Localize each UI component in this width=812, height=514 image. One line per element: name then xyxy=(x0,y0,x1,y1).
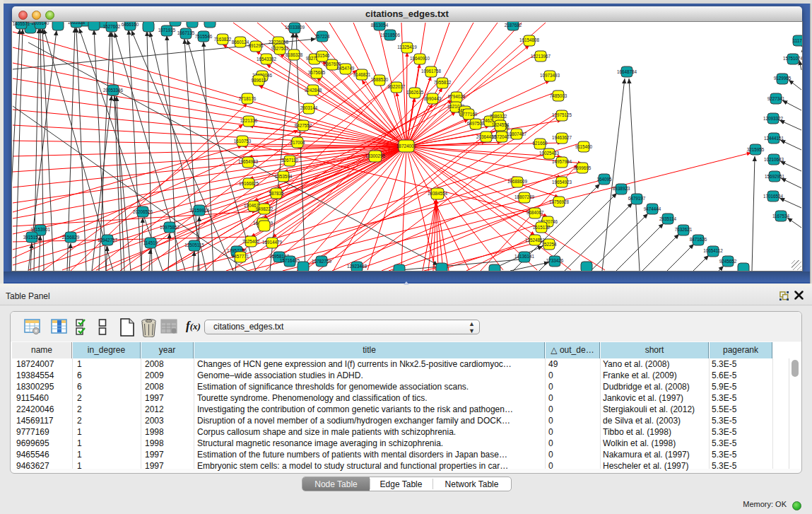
svg-text:6794028: 6794028 xyxy=(448,94,466,99)
svg-text:252254: 252254 xyxy=(541,242,557,247)
svg-text:7632621: 7632621 xyxy=(675,227,693,232)
svg-text:19654983: 19654983 xyxy=(238,159,259,164)
svg-text:16914479: 16914479 xyxy=(262,240,283,245)
svg-text:18300295: 18300295 xyxy=(365,153,386,158)
svg-text:1071915: 1071915 xyxy=(158,28,176,33)
svg-text:14957984: 14957984 xyxy=(552,159,572,164)
svg-text:6466160: 6466160 xyxy=(122,22,139,27)
svg-text:12923448: 12923448 xyxy=(347,264,367,269)
svg-text:15751074: 15751074 xyxy=(783,56,802,61)
svg-text:9242848: 9242848 xyxy=(305,88,322,93)
svg-text:20206526: 20206526 xyxy=(133,209,153,214)
svg-text:8454749: 8454749 xyxy=(337,66,355,71)
svg-text:8990443: 8990443 xyxy=(424,96,442,101)
svg-text:10025433: 10025433 xyxy=(539,151,560,156)
svg-text:17016534: 17016534 xyxy=(763,194,784,199)
svg-text:2718176: 2718176 xyxy=(239,96,257,101)
svg-text:16033809: 16033809 xyxy=(285,25,305,30)
svg-text:1221336: 1221336 xyxy=(240,118,258,123)
svg-text:12942757: 12942757 xyxy=(98,238,118,243)
svg-text:1353594: 1353594 xyxy=(275,174,293,179)
svg-text:1824554: 1824554 xyxy=(492,122,510,127)
svg-text:1167534: 1167534 xyxy=(772,214,790,218)
svg-text:9684067: 9684067 xyxy=(526,210,544,215)
svg-text:8322037: 8322037 xyxy=(388,84,406,89)
svg-text:12093322: 12093322 xyxy=(763,116,784,121)
svg-text:19166825: 19166825 xyxy=(239,181,259,186)
svg-text:10975857: 10975857 xyxy=(160,225,180,230)
svg-text:1667135: 1667135 xyxy=(177,30,195,35)
svg-text:1733426: 1733426 xyxy=(546,258,564,263)
svg-text:8813054: 8813054 xyxy=(371,23,389,28)
svg-text:9474444: 9474444 xyxy=(644,206,661,211)
svg-text:15692951: 15692951 xyxy=(765,174,785,179)
svg-text:18640910: 18640910 xyxy=(410,56,430,61)
svg-text:2009140: 2009140 xyxy=(32,22,49,25)
svg-text:19218506: 19218506 xyxy=(380,33,401,37)
svg-text:16782759: 16782759 xyxy=(312,259,332,264)
svg-text:8427552: 8427552 xyxy=(295,123,312,128)
svg-text:9146821: 9146821 xyxy=(353,72,371,77)
svg-text:14136141: 14136141 xyxy=(514,254,535,259)
svg-text:10961758: 10961758 xyxy=(421,69,442,74)
svg-text:10973493: 10973493 xyxy=(540,73,560,78)
svg-text:3267110: 3267110 xyxy=(281,158,299,163)
svg-text:12159924: 12159924 xyxy=(189,208,210,213)
svg-text:7386322: 7386322 xyxy=(490,114,507,119)
svg-text:18724007: 18724007 xyxy=(396,144,417,148)
svg-text:587835: 587835 xyxy=(269,191,284,196)
svg-text:357224: 357224 xyxy=(314,34,330,39)
svg-text:2187682: 2187682 xyxy=(505,23,522,28)
svg-text:19384554: 19384554 xyxy=(428,191,448,196)
svg-text:11173: 11173 xyxy=(793,38,802,43)
svg-text:1615132: 1615132 xyxy=(533,225,551,230)
svg-text:16154808: 16154808 xyxy=(519,37,540,42)
svg-text:3215955: 3215955 xyxy=(747,147,765,152)
svg-text:2156829: 2156829 xyxy=(62,235,80,240)
svg-text:12505115: 12505115 xyxy=(184,243,204,247)
svg-text:8471626: 8471626 xyxy=(690,237,707,242)
svg-text:1362615: 1362615 xyxy=(406,90,424,95)
svg-text:16543382: 16543382 xyxy=(257,57,277,62)
svg-text:989612: 989612 xyxy=(251,78,266,83)
svg-text:18807249: 18807249 xyxy=(514,194,535,199)
svg-text:1527602: 1527602 xyxy=(103,24,121,29)
svg-text:7163822: 7163822 xyxy=(214,37,232,42)
svg-text:15716485: 15716485 xyxy=(280,258,300,263)
svg-text:16648784: 16648784 xyxy=(617,69,637,74)
svg-text:7515546: 7515546 xyxy=(195,34,213,39)
svg-text:9457771: 9457771 xyxy=(232,254,249,259)
svg-text:20053346: 20053346 xyxy=(103,88,124,93)
svg-text:3675685: 3675685 xyxy=(308,70,326,75)
svg-text:8186328: 8186328 xyxy=(286,52,303,57)
svg-text:164095: 164095 xyxy=(596,177,612,182)
svg-text:7625402: 7625402 xyxy=(242,239,260,244)
svg-text:3915152: 3915152 xyxy=(23,235,41,240)
svg-text:11325419: 11325419 xyxy=(397,45,417,49)
svg-text:7485003: 7485003 xyxy=(550,93,567,98)
svg-text:7955812: 7955812 xyxy=(434,80,452,85)
svg-text:15720407: 15720407 xyxy=(492,134,512,139)
svg-text:19756928: 19756928 xyxy=(549,199,570,204)
svg-text:1405571: 1405571 xyxy=(13,22,30,26)
svg-text:9777169: 9777169 xyxy=(460,112,478,117)
svg-text:8660124: 8660124 xyxy=(232,40,249,45)
svg-text:9699695: 9699695 xyxy=(574,165,592,170)
svg-text:9327503: 9327503 xyxy=(271,46,289,51)
svg-text:10654112: 10654112 xyxy=(703,248,723,253)
svg-text:6479197: 6479197 xyxy=(628,196,646,201)
svg-text:2803144: 2803144 xyxy=(300,105,318,110)
svg-text:1588520: 1588520 xyxy=(371,77,389,82)
svg-text:10210643: 10210643 xyxy=(764,157,784,162)
svg-text:9227341: 9227341 xyxy=(767,96,785,101)
svg-text:12153901: 12153901 xyxy=(30,227,51,232)
svg-text:1065328: 1065328 xyxy=(68,22,86,25)
svg-text:621660: 621660 xyxy=(532,141,548,146)
svg-text:19654923: 19654923 xyxy=(552,180,572,185)
svg-text:1610753: 1610753 xyxy=(234,139,252,144)
svg-text:9115460: 9115460 xyxy=(575,144,593,149)
svg-text:12975125: 12975125 xyxy=(552,112,572,117)
svg-text:2935114: 2935114 xyxy=(659,216,677,221)
svg-text:19463627: 19463627 xyxy=(552,135,572,140)
svg-text:891295: 891295 xyxy=(248,43,264,48)
